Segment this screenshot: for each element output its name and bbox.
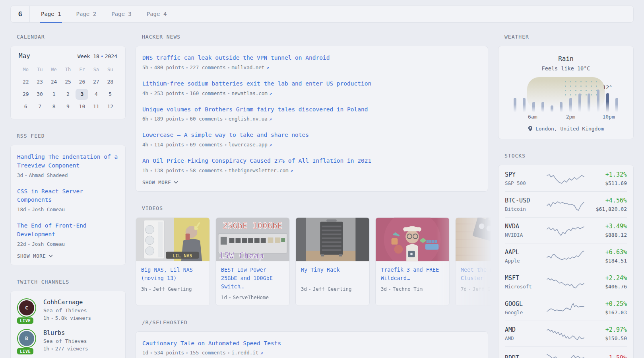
calendar-day-number: 2 xyxy=(62,89,74,100)
video-thumbnail[interactable] xyxy=(296,218,369,261)
calendar-weekday-label: Th xyxy=(61,64,75,76)
meta-text: 1h xyxy=(142,167,148,173)
video-card[interactable]: LIL NAS Big NAS, Lil NAS (moving 13)3h•J… xyxy=(136,217,210,306)
stock-ticker: RDDT xyxy=(505,354,546,358)
rss-item-meta: 22d•Josh Comeau xyxy=(17,241,119,247)
calendar-weekday-label: Fr xyxy=(75,64,89,76)
hackernews-list: DNS traffic can leak outside the VPN tun… xyxy=(142,54,481,173)
stock-sparkline xyxy=(546,327,585,340)
calendar-day-number: 12 xyxy=(104,101,116,112)
section-title-reddit: /R/SELFHOSTED xyxy=(142,319,488,325)
stock-row[interactable]: NVDANVIDIA+3.49%$888.12 xyxy=(505,217,627,243)
weather-condition: Rain xyxy=(505,55,627,62)
meta-text: 480 points xyxy=(154,64,184,70)
weather-widget: Rain Feels like 10°C 12° 6am2pm10pm Lond… xyxy=(498,46,634,139)
rss-item-title[interactable]: The End of Front-End Development xyxy=(17,222,119,239)
stock-row[interactable]: AMDAMD+2.97%$150.50 xyxy=(505,321,627,346)
videos-carousel: LIL NAS Big NAS, Lil NAS (moving 13)3h•J… xyxy=(136,217,502,306)
stock-price: $61,820.02 xyxy=(585,206,627,212)
calendar-day-number: 23 xyxy=(33,76,46,88)
stock-sparkline xyxy=(546,172,585,185)
video-thumbnail[interactable]: 25GbE 100GbE 15W Cheap xyxy=(216,218,289,261)
stock-row[interactable]: GOOGLGoogle+0.25%$167.03 xyxy=(505,295,627,321)
app-logo[interactable]: G xyxy=(11,6,30,22)
dot-separator: • xyxy=(186,65,188,70)
rss-show-more-button[interactable]: SHOW MORE xyxy=(17,253,53,259)
weather-feels-like: Feels like 10°C xyxy=(505,65,627,72)
stock-name: S&P 500 xyxy=(505,180,546,186)
rss-item-title[interactable]: Handling The Indentation of a Treeview C… xyxy=(17,153,119,170)
calendar-month: May xyxy=(19,52,30,60)
dot-separator: • xyxy=(28,207,31,212)
twitch-channel-info: CohhCarnageSea of Thieves1h•5.8k viewers xyxy=(43,298,91,321)
stock-identity: RDDT xyxy=(505,354,546,358)
video-card-body: Traefik 3 and FREE Wildcard…3d•Techno Ti… xyxy=(376,261,449,297)
hackernews-item-title[interactable]: An Oil Price-Fixing Conspiracy Caused 27… xyxy=(142,157,481,165)
video-title[interactable]: Big NAS, Lil NAS (moving 13) xyxy=(141,266,204,282)
weather-time-label: 6am xyxy=(528,114,537,120)
hackernews-item-meta: 4h•114 points•69 comments•lowercase.app↗ xyxy=(142,142,481,148)
twitch-channel-row[interactable]: BLIVEBlurbsSea of Thieves1h•277 viewers xyxy=(17,329,119,352)
stock-row[interactable]: RDDT-1.59% xyxy=(505,346,627,358)
stock-change-percent: +3.49% xyxy=(585,223,627,230)
meta-text: 277 viewers xyxy=(55,346,88,352)
dot-separator: • xyxy=(186,142,188,148)
dot-separator: • xyxy=(227,91,230,96)
twitch-channel-name[interactable]: CohhCarnage xyxy=(43,299,91,306)
hackernews-item: Unique volumes of Brothers Grimm fairy t… xyxy=(142,105,481,122)
video-thumbnail[interactable] xyxy=(376,218,449,261)
video-title[interactable]: My Tiny Rack xyxy=(301,266,364,282)
video-card[interactable]: Traefik 3 and FREE Wildcard…3d•Techno Ti… xyxy=(375,217,450,306)
dot-separator: • xyxy=(186,168,188,173)
dot-separator: • xyxy=(224,142,227,148)
hackernews-item: DNS traffic can leak outside the VPN tun… xyxy=(142,54,481,70)
tab-page-4[interactable]: Page 4 xyxy=(146,6,168,23)
reddit-item-title[interactable]: Cautionary Tale on Automated Speed Tests xyxy=(142,339,481,348)
calendar-day: 12 xyxy=(103,100,117,113)
tab-page-3[interactable]: Page 3 xyxy=(111,6,132,23)
stock-identity: AAPLApple xyxy=(505,249,546,264)
stock-values: +2.24%$406.76 xyxy=(585,274,627,290)
tab-page-2[interactable]: Page 2 xyxy=(76,6,97,23)
hackernews-item-title[interactable]: DNS traffic can leak outside the VPN tun… xyxy=(142,54,481,62)
video-thumbnail[interactable]: LIL NAS xyxy=(136,218,209,261)
video-card[interactable]: 25GbE 100GbE 15W Cheap BEST Low Power 25… xyxy=(215,217,290,306)
video-title[interactable]: Traefik 3 and FREE Wildcard… xyxy=(381,266,444,282)
calendar-widget: May Week 18•2024 MoTuWeThFrSaSu 22232425… xyxy=(10,46,126,119)
stock-row[interactable]: BTC-USDBitcoin+4.56%$61,820.02 xyxy=(505,191,627,217)
sparkline-chart xyxy=(547,198,585,211)
twitch-channel-row[interactable]: CLIVECohhCarnageSea of Thieves1h•5.8k vi… xyxy=(17,298,119,321)
calendar-day-number: 8 xyxy=(48,101,60,112)
stock-row[interactable]: MSFTMicrosoft+2.24%$406.76 xyxy=(505,269,627,295)
stock-row[interactable]: AAPLApple+6.63%$184.51 xyxy=(505,243,627,269)
reddit-widget: Cautionary Tale on Automated Speed Tests… xyxy=(136,331,488,358)
stock-sparkline xyxy=(546,301,585,315)
twitch-channel-name[interactable]: Blurbs xyxy=(43,329,88,337)
dot-separator: • xyxy=(227,65,230,70)
hackernews-show-more-button[interactable]: SHOW MORE xyxy=(142,179,178,185)
video-card[interactable]: My Tiny Rack3d•Jeff Geerling xyxy=(295,217,370,306)
stock-price: $167.03 xyxy=(585,309,627,315)
stock-sparkline xyxy=(546,275,585,289)
dot-separator: • xyxy=(150,65,153,70)
stock-change-percent: +1.32% xyxy=(585,171,627,178)
source-domain: i.redd.it xyxy=(232,350,259,356)
meta-text: Ahmad Shadeed xyxy=(29,172,68,178)
calendar-year: 2024 xyxy=(105,53,117,59)
hackernews-item-title[interactable]: Unique volumes of Brothers Grimm fairy t… xyxy=(142,105,481,114)
hackernews-item-title[interactable]: Lowercase – A simple way to take and sha… xyxy=(142,131,481,140)
section-title-stocks: STOCKS xyxy=(504,153,634,159)
stock-values: +3.49%$888.12 xyxy=(585,223,627,238)
hackernews-item: An Oil Price-Fixing Conspiracy Caused 27… xyxy=(142,157,481,173)
rss-item-title[interactable]: CSS in React Server Components xyxy=(17,187,119,205)
avatar-letter: C xyxy=(19,300,34,315)
stock-values: +0.25%$167.03 xyxy=(585,300,627,315)
video-title[interactable]: BEST Low Power 25GbE and 100GbE Switch… xyxy=(221,266,284,291)
hackernews-item-title[interactable]: Lithium-free sodium batteries exit the l… xyxy=(142,80,481,88)
calendar-week-row: 22232425262728 xyxy=(19,76,117,88)
twitch-avatar-wrap: CLIVE xyxy=(17,298,37,321)
meta-text: 3d xyxy=(17,172,23,178)
dot-separator: • xyxy=(468,287,471,292)
stock-row[interactable]: SPYS&P 500+1.32%$511.69 xyxy=(505,166,627,191)
tab-page-1[interactable]: Page 1 xyxy=(40,6,62,23)
